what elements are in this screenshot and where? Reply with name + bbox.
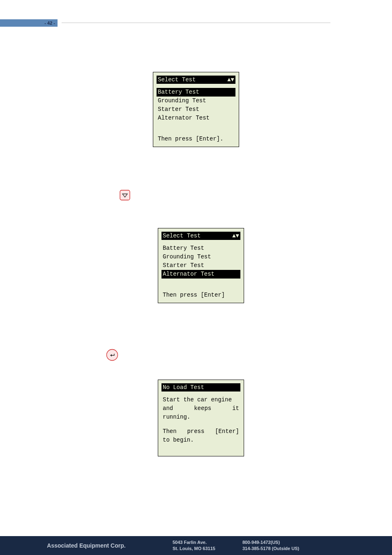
down-button-icon [120,190,130,200]
phone-line2: 314-385-5178 (Outside US) [242,546,325,552]
svg-rect-0 [120,190,130,200]
lcd-instruction: Then press [Enter] [161,291,240,299]
t: Start the car engine [163,396,232,404]
spacer [163,444,239,453]
up-down-arrows-icon: ▲▼ [227,76,234,84]
lcd-title-bar: Select Test ▲▼ [161,232,240,240]
spacer [163,421,239,427]
lcd-title-text: Select Test [158,76,196,84]
t: and [163,404,173,413]
footer-company: Associated Equipment Corp. [0,542,173,549]
lcd-title-bar: No Load Test [161,383,240,391]
lcd-screen-no-load-test: No Load Test Start the car engine and ke… [158,380,244,456]
lcd-screen-select-test-1: Select Test ▲▼ Battery Test Grounding Te… [153,72,239,147]
menu-item-battery-test: Battery Test [157,88,235,97]
t: press [187,427,204,436]
lcd-title-bar: Select Test ▲▼ [157,76,235,84]
lcd-instruction: Then press [Enter]. [157,135,235,143]
up-down-arrows-icon: ▲▼ [232,232,239,240]
t: [Enter] [215,427,239,436]
menu-item-grounding-test: Grounding Test [161,253,240,261]
footer-address: 5043 Farlin Ave. St. Louis, MO 63115 [173,539,242,552]
lcd-line: Then press [Enter] [163,427,239,436]
menu-item-starter-test: Starter Test [161,261,240,270]
menu-item-alternator-test: Alternator Test [157,114,235,122]
addr-line1: 5043 Farlin Ave. [173,539,242,546]
menu-item-battery-test: Battery Test [161,244,240,253]
header-rule [62,23,330,23]
lcd-body-text: Start the car engine and keeps it runnin… [161,396,240,453]
t: Then [163,427,177,436]
enter-button-icon [106,349,118,361]
svg-point-1 [107,350,118,361]
t: keeps [194,404,211,413]
lcd-title-text: Select Test [163,232,201,240]
lcd-screen-select-test-2: Select Test ▲▼ Battery Test Grounding Te… [158,228,244,303]
lcd-line: and keeps it [163,404,239,413]
page-number-tab: - 42 - [0,19,58,27]
lcd-line: Start the car engine [163,396,239,404]
lcd-line: running. [163,413,239,421]
lcd-title-text: No Load Test [163,383,204,392]
phone-line1: 800-949-1472(US) [242,539,325,546]
page-footer: Associated Equipment Corp. 5043 Farlin A… [0,536,392,555]
t: it [232,404,239,413]
menu-item-starter-test: Starter Test [157,105,235,114]
footer-phone: 800-949-1472(US) 314-385-5178 (Outside U… [242,539,325,552]
addr-line2: St. Louis, MO 63115 [173,546,242,552]
menu-item-alternator-test: Alternator Test [161,270,240,279]
lcd-line: to begin. [163,436,239,444]
menu-item-grounding-test: Grounding Test [157,97,235,105]
